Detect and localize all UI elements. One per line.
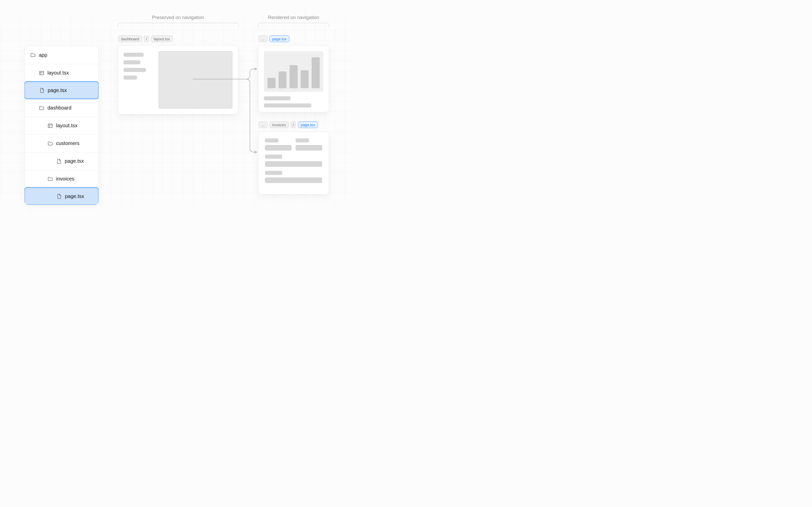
tree-row-label: customers (56, 140, 80, 146)
placeholder-bar (265, 145, 292, 151)
chart-bar (312, 57, 320, 88)
placeholder-bar (265, 171, 282, 175)
tree-row-dashboard: dashboard (24, 99, 98, 117)
bracket-preserved (117, 23, 239, 27)
folder-icon (47, 141, 53, 146)
svg-rect-3 (48, 124, 53, 127)
svg-rect-0 (40, 71, 44, 75)
chart-bar (290, 65, 298, 88)
breadcrumb-chip-ellipsis: ... (259, 36, 267, 42)
folder-icon (30, 52, 36, 58)
breadcrumb-sep: / (291, 121, 296, 128)
bracket-rendered (258, 23, 329, 27)
breadcrumb-chip: layout.tsx (151, 36, 172, 42)
tree-row-label: dashboard (47, 105, 71, 111)
tree-row-label: layout.tsx (47, 70, 69, 76)
placeholder-bar (123, 75, 137, 79)
file-icon (39, 88, 45, 93)
tree-row-layout-tsx: layout.tsx (24, 64, 98, 81)
layout-children-slot (159, 51, 233, 109)
placeholder-bar (264, 103, 311, 108)
placeholder-bar (123, 53, 144, 57)
placeholder-bar (265, 177, 322, 183)
folder-icon (47, 176, 53, 182)
placeholder-bar (123, 60, 140, 64)
placeholder-bar (123, 68, 146, 72)
chart-bar (278, 71, 287, 88)
chart-bar (301, 70, 309, 88)
layout-icon (47, 123, 53, 128)
placeholder-bar (296, 138, 309, 143)
breadcrumb-chip-ellipsis: ... (259, 121, 267, 128)
page-preview-card-dashboard (258, 45, 329, 112)
layout-preview-card (118, 45, 238, 114)
tree-row-label: page.tsx (65, 158, 84, 164)
file-icon (56, 193, 62, 199)
section-heading-rendered: Rendered on navigation (258, 15, 329, 20)
placeholder-bar (265, 161, 322, 167)
breadcrumb-chip: invoices (269, 121, 289, 128)
placeholder-bar (264, 96, 291, 100)
breadcrumb-page-2: ... invoices / page.tsx (259, 121, 318, 128)
breadcrumb-layout: dashboard / layout.tsx (118, 36, 172, 42)
file-tree: applayout.tsxpage.tsxdashboardlayout.tsx… (24, 46, 99, 205)
breadcrumb-chip: dashboard (118, 36, 142, 42)
diagram-canvas: Preserved on navigation Rendered on navi… (0, 0, 355, 222)
placeholder-lines (264, 96, 323, 108)
breadcrumb-sep: / (144, 36, 149, 42)
tree-row-page-tsx: page.tsx (24, 81, 99, 99)
tree-row-customers: customers (24, 134, 98, 152)
placeholder-bar (265, 155, 282, 159)
tree-row-label: page.tsx (48, 88, 67, 93)
tree-row-page-tsx: page.tsx (24, 152, 98, 170)
tree-row-invoices: invoices (24, 170, 98, 187)
tree-row-label: page.tsx (65, 193, 84, 199)
tree-row-label: layout.tsx (56, 123, 78, 128)
chart-bar (267, 78, 275, 88)
page-preview-card-invoices (258, 131, 329, 194)
tree-row-layout-tsx: layout.tsx (24, 117, 98, 134)
breadcrumb-page-1: ... page.tsx (259, 36, 289, 42)
placeholder-bar (265, 138, 278, 143)
tree-row-app: app (24, 46, 98, 64)
tree-row-label: app (39, 52, 47, 58)
section-heading-preserved: Preserved on navigation (117, 15, 239, 20)
tree-row-label: invoices (56, 176, 74, 182)
placeholder-bar (296, 145, 322, 151)
breadcrumb-chip-active: page.tsx (298, 121, 318, 128)
layout-sidebar-placeholder (123, 51, 151, 109)
tree-row-page-tsx: page.tsx (24, 187, 99, 205)
breadcrumb-chip-active: page.tsx (269, 36, 290, 42)
bar-chart-placeholder (264, 51, 323, 92)
layout-icon (39, 70, 44, 76)
file-icon (56, 158, 62, 164)
folder-icon (39, 105, 44, 111)
